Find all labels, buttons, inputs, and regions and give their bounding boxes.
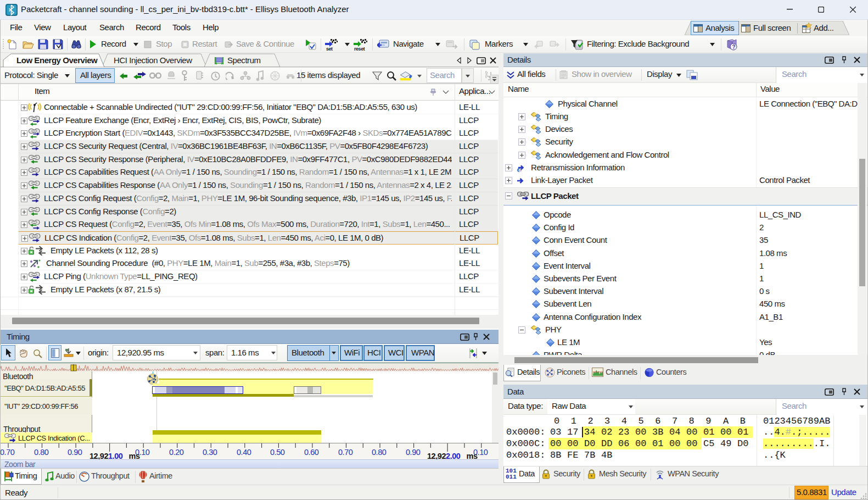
svg-text:reset: reset bbox=[354, 46, 365, 51]
svg-text:?: ? bbox=[732, 44, 736, 50]
svg-text:set: set bbox=[326, 46, 333, 51]
svg-text:6: 6 bbox=[518, 168, 521, 173]
